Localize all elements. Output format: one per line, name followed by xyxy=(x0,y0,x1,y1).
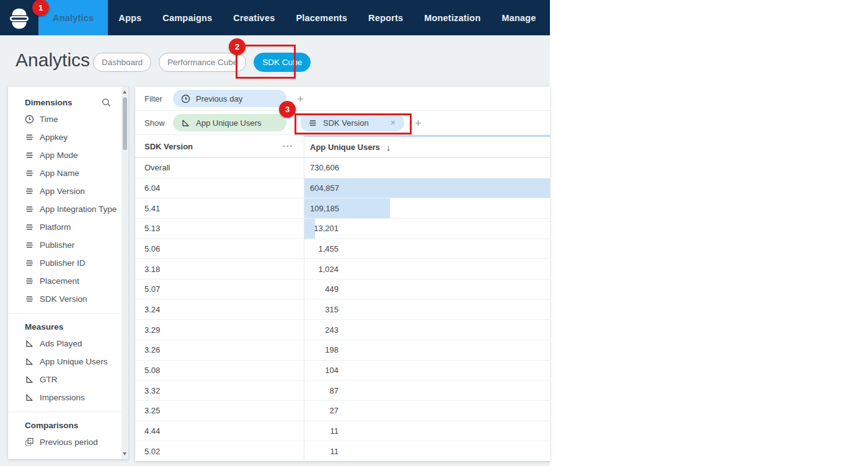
column-header-sdk-version[interactable]: SDK Version ··· xyxy=(135,135,304,157)
nav-tab-campaigns[interactable]: Campaigns xyxy=(152,0,223,35)
search-icon[interactable] xyxy=(102,98,111,107)
sidebar-section-dimensions: Dimensions xyxy=(8,94,128,110)
sidebar-item-sdk-version[interactable]: SDK Version xyxy=(8,290,128,308)
filter-label: Filter xyxy=(144,94,173,103)
sidebar-item-imperssions[interactable]: Imperssions xyxy=(8,389,128,407)
bar-track xyxy=(304,259,550,279)
table-row[interactable]: 6.04 604,857 xyxy=(135,178,550,199)
add-filter-button[interactable]: + xyxy=(297,93,304,105)
sort-descending-icon[interactable]: ↓ xyxy=(386,142,391,152)
dimensions-header-label: Dimensions xyxy=(25,98,73,107)
bar-track xyxy=(304,401,550,421)
bar-track xyxy=(304,239,550,259)
sidebar-item-app-name[interactable]: App Name xyxy=(8,164,128,182)
nav-tab-reports[interactable]: Reports xyxy=(358,0,414,35)
chip-label: App Unique Users xyxy=(196,118,262,128)
sidebar-item-label: Imperssions xyxy=(40,393,85,402)
dimension-icon xyxy=(25,204,34,214)
table-row[interactable]: 3.32 87 xyxy=(135,380,550,401)
row-value: 198 xyxy=(310,345,339,354)
row-label: 3.25 xyxy=(135,406,304,415)
comparisons-header-label: Comparisons xyxy=(25,421,78,430)
results-table: SDK Version ··· App Unique Users ↓ Overa… xyxy=(135,135,550,461)
nav-tab-manage[interactable]: Manage xyxy=(491,0,546,35)
nav-tab-monetization[interactable]: Monetization xyxy=(414,0,491,35)
nav-tab-analytics[interactable]: Analytics xyxy=(38,0,108,35)
row-label: 4.44 xyxy=(135,426,304,436)
bar-track xyxy=(304,198,550,218)
row-label: 3.18 xyxy=(135,265,304,274)
sidebar-item-label: Platform xyxy=(40,222,71,232)
show-chip-app-unique-users[interactable]: App Unique Users xyxy=(173,114,286,131)
scrollbar-down-arrow-icon[interactable] xyxy=(123,452,126,455)
bar-track xyxy=(304,178,550,198)
bar-track xyxy=(304,300,550,320)
table-row[interactable]: 3.18 1,024 xyxy=(135,259,550,279)
sidebar-item-platform[interactable]: Platform xyxy=(8,218,128,236)
table-row[interactable]: 3.29 243 xyxy=(135,320,550,340)
table-row[interactable]: 5.13 13,201 xyxy=(135,219,550,239)
row-label: 3.32 xyxy=(135,386,304,395)
row-label: 3.29 xyxy=(135,325,304,335)
sidebar-item-app-unique-users[interactable]: App Unique Users xyxy=(8,353,128,371)
table-row[interactable]: 5.41 109,185 xyxy=(135,198,550,219)
table-row[interactable]: 5.02 11 xyxy=(135,441,550,461)
sidebar-item-label: Appkey xyxy=(40,133,68,142)
nav-tab-placements[interactable]: Placements xyxy=(285,0,358,35)
annotation-step-2-badge: 2 xyxy=(229,38,246,55)
sidebar-item-publisher[interactable]: Publisher xyxy=(8,236,128,254)
table-row[interactable]: 5.07 449 xyxy=(135,279,550,300)
sidebar-item-appkey[interactable]: Appkey xyxy=(8,128,128,146)
row-label: 5.06 xyxy=(135,244,304,253)
table-row[interactable]: 5.06 1,455 xyxy=(135,239,550,260)
scrollbar-thumb[interactable] xyxy=(123,97,127,150)
nav-tab-apps[interactable]: Apps xyxy=(108,0,152,35)
sidebar-item-publisher-id[interactable]: Publisher ID xyxy=(8,254,128,272)
bar-track xyxy=(304,380,550,400)
row-label: 5.08 xyxy=(135,366,304,375)
row-label: 5.13 xyxy=(135,224,304,233)
add-show-button[interactable]: + xyxy=(415,117,422,129)
measure-icon xyxy=(181,118,190,128)
pill-performance-cube[interactable]: Performance Cube xyxy=(159,53,246,72)
row-value: 1,024 xyxy=(310,265,339,274)
sidebar-item-placement[interactable]: Placement xyxy=(8,272,128,290)
sidebar-item-app-integration-type[interactable]: App Integration Type xyxy=(8,200,128,218)
bar-track xyxy=(304,361,550,380)
annotation-step-1-badge: 1 xyxy=(32,0,49,16)
sidebar-item-label: App Integration Type xyxy=(40,204,117,214)
sidebar-scrollbar[interactable] xyxy=(122,87,128,459)
dimension-icon xyxy=(25,258,34,268)
sidebar-item-app-mode[interactable]: App Mode xyxy=(8,146,128,164)
pill-dashboard[interactable]: Dashboard xyxy=(93,53,151,72)
sidebar-item-label: Previous period xyxy=(40,437,98,447)
column-divider xyxy=(304,135,304,461)
sidebar-item-label: Ads Played xyxy=(40,339,82,348)
row-label: 6.04 xyxy=(135,183,304,193)
scrollbar-up-arrow-icon[interactable] xyxy=(123,90,126,94)
table-row[interactable]: 3.24 315 xyxy=(135,300,550,320)
sidebar-item-time[interactable]: Time xyxy=(8,110,128,128)
sidebar-item-previous-period[interactable]: Previous period xyxy=(8,433,128,451)
column-menu-icon[interactable]: ··· xyxy=(283,141,293,151)
filter-chip-previous-day[interactable]: Previous day xyxy=(173,90,286,107)
dimension-icon xyxy=(25,294,34,304)
table-body: Overall 730,606 6.04 604,857 5.41 109,18… xyxy=(135,158,550,461)
sidebar-item-app-version[interactable]: App Version xyxy=(8,182,128,200)
sidebar-item-label: SDK Version xyxy=(40,294,87,304)
nav-tab-creatives[interactable]: Creatives xyxy=(223,0,285,35)
table-row[interactable]: 3.26 198 xyxy=(135,340,550,361)
top-navbar: Analytics Apps Campaigns Creatives Place… xyxy=(0,0,550,35)
sidebar-item-ads-played[interactable]: Ads Played xyxy=(8,335,128,353)
table-row[interactable]: 4.44 11 xyxy=(135,421,550,442)
table-row[interactable]: 3.25 27 xyxy=(135,401,550,421)
sidebar-item-gtr[interactable]: GTR xyxy=(8,371,128,389)
show-label: Show xyxy=(144,118,173,128)
table-row[interactable]: Overall 730,606 xyxy=(135,158,550,178)
bar-track xyxy=(304,320,550,340)
chip-label: Previous day xyxy=(196,94,242,103)
table-row[interactable]: 5.08 104 xyxy=(135,361,550,381)
row-label: 5.02 xyxy=(135,447,304,456)
sidebar-section-comparisons: Comparisons xyxy=(8,417,128,433)
column-header-app-unique-users[interactable]: App Unique Users ↓ xyxy=(304,135,550,157)
